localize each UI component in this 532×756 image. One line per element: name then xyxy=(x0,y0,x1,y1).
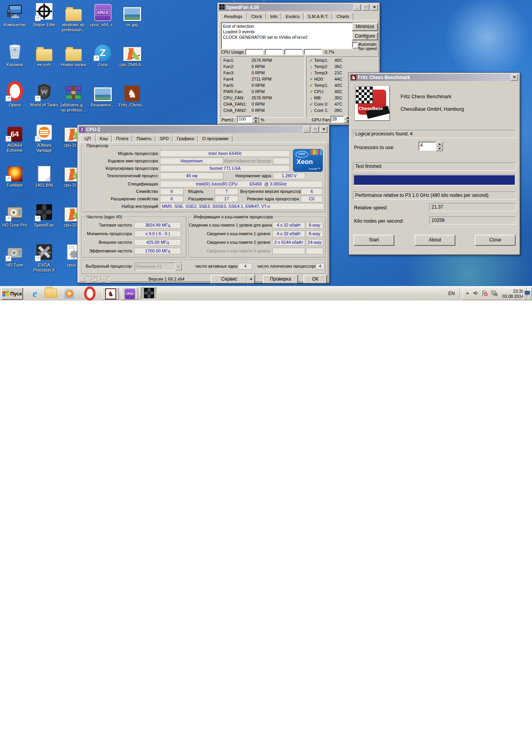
desktop-icon-winxp-folder[interactable]: windows xp profession... xyxy=(59,3,88,32)
network-icon[interactable] xyxy=(491,290,498,298)
folder-icon xyxy=(65,49,82,61)
model-value: Intel Xeon E5450 xyxy=(160,150,290,157)
close-button[interactable]: Close xyxy=(475,235,516,246)
close-button[interactable]: ✕ xyxy=(371,4,378,11)
configure-button[interactable]: Configure xyxy=(352,32,378,40)
minimize-button[interactable]: _ xyxy=(354,4,361,11)
service-button[interactable]: Сервис xyxy=(211,275,248,284)
quicklaunch-wmp[interactable] xyxy=(63,288,76,299)
gpufan-value[interactable]: 28 xyxy=(331,116,344,122)
spin-up-icon[interactable] xyxy=(436,142,443,146)
about-button[interactable]: About xyxy=(415,235,455,246)
tab-exotics[interactable]: Exotics xyxy=(282,13,303,21)
close-button[interactable]: ✕ xyxy=(320,126,327,133)
tab-smart[interactable]: S.M.A.R.T. xyxy=(304,13,332,21)
processors-value[interactable]: 4 xyxy=(419,142,436,151)
tab-spd[interactable]: SPD xyxy=(156,135,173,143)
language-indicator[interactable]: EN xyxy=(448,291,455,296)
speedfan-titlebar[interactable]: SpeedFan 4.50 _ □ ✕ xyxy=(219,4,379,11)
pwm1-value[interactable]: 100 xyxy=(237,116,252,122)
maximize-button[interactable]: □ xyxy=(312,126,319,133)
minimize-app-button[interactable]: Minimize xyxy=(352,23,378,31)
maximize-button[interactable]: □ xyxy=(362,4,369,11)
tab-about[interactable]: О программе xyxy=(198,135,232,143)
spin-down-icon[interactable] xyxy=(252,119,259,123)
image-icon xyxy=(123,7,141,21)
task-button-fritz[interactable]: ♞ xyxy=(102,288,119,300)
log-line: CLOCK GENERATOR set to nVidia nForce2 xyxy=(223,34,351,40)
fan-row: Fan5:0 RPM xyxy=(221,83,304,89)
close-button[interactable]: ✕ xyxy=(511,74,518,81)
spin-down-icon[interactable] xyxy=(436,146,443,151)
desktop-icon-eerom[interactable]: ee.rom xyxy=(29,43,59,67)
desktop-icon-1401bin[interactable]: 1401.BIN xyxy=(29,164,59,188)
window-title: CPU-Z xyxy=(86,127,302,132)
tab-clock[interactable]: Clock xyxy=(247,13,266,21)
show-desktop-button[interactable] xyxy=(523,287,532,300)
desktop-icon-new-folder[interactable]: Новая папка xyxy=(59,43,88,67)
desktop-icon-winrar-archive[interactable]: [allshares.g... xp professi... xyxy=(59,83,88,113)
checkbox[interactable] xyxy=(352,42,357,47)
ok-button[interactable]: ОК xyxy=(304,275,327,284)
desktop-icon-zona[interactable]: Z↗ Zona xyxy=(88,43,117,67)
dropdown-arrow-icon[interactable] xyxy=(175,263,182,270)
desktop-icon-3dmark[interactable]: ↗ 3DMark Vantage xyxy=(29,124,59,153)
desktop-icon-hdtune-pro[interactable]: ↗ HD Tune Pro xyxy=(0,203,29,228)
temp-row: ✓Temp1:40C xyxy=(307,58,378,64)
desktop-icon-furmark[interactable]: ↗ FurMark xyxy=(0,164,29,188)
desktop-icon-wot[interactable]: ↗ World of Tanks xyxy=(29,83,59,108)
cpu-usage-bar xyxy=(265,49,283,55)
model2-label: Модель xyxy=(188,189,203,194)
task-button-speedfan[interactable] xyxy=(141,288,157,300)
desktop-icon-computer[interactable]: Компьютер xyxy=(0,3,29,27)
spin-up-icon[interactable] xyxy=(252,116,259,119)
tray-clock[interactable]: 23:39 03.08.2014 xyxy=(502,289,524,299)
tab-info[interactable]: Info xyxy=(266,13,281,21)
taskbar: Пуск e ♞ CPUZ EN 23:39 03.08.2014 xyxy=(0,286,532,301)
desktop-icon-aida64[interactable]: 64↗ AIDA64 Extreme xyxy=(0,124,29,153)
speedfan-log[interactable]: End of detection Loaded 0 events CLOCK G… xyxy=(221,22,359,49)
task-button-cpuz[interactable]: CPUZ xyxy=(122,288,138,300)
desktop-icon-cpu2549[interactable]: cpu-2549.b... xyxy=(117,43,147,67)
l1i-size: 4 x 32 кбайт xyxy=(272,230,305,237)
tab-charts[interactable]: Charts xyxy=(332,13,353,21)
desktop-icon-untitled-image[interactable]: Безымянн... xyxy=(88,83,117,108)
action-center-flag-icon[interactable] xyxy=(482,290,488,298)
desktop-icon-evga[interactable]: PRECISION↗ EVGA Precision X xyxy=(29,243,59,273)
chessbase-logo-text: ChessBase xyxy=(359,106,383,111)
fritz-titlebar[interactable]: ♞ Fritz Chess Benchmark ✕ xyxy=(350,74,519,81)
quicklaunch-ie[interactable]: e xyxy=(28,288,41,299)
cpuz-titlebar[interactable]: Z CPU-Z _ □ ✕ xyxy=(79,126,328,133)
desktop-icon-speedfan[interactable]: ↗ SpeedFan xyxy=(29,203,59,228)
tab-cache[interactable]: Кэш xyxy=(96,135,112,143)
pwm1-label: Pwm1: xyxy=(221,117,235,122)
desktop-icon-ocjpg[interactable]: oc.jpg xyxy=(117,3,147,27)
service-dropdown-button[interactable] xyxy=(247,275,255,284)
processors-spinner[interactable]: 4 xyxy=(419,142,443,151)
desktop-icon-sniper-elite[interactable]: ↗ Sniper Elite xyxy=(29,3,59,27)
speaker-icon[interactable] xyxy=(473,290,479,298)
desktop-icon-fritz-chess[interactable]: ♞ Fritz_Chess... xyxy=(117,83,147,108)
fan-icon xyxy=(219,4,225,11)
brand-id-value xyxy=(273,158,290,164)
quicklaunch-explorer[interactable] xyxy=(44,288,58,299)
instructions-label: Набор инструкций xyxy=(82,204,158,209)
gpufan-spinner[interactable]: 28 xyxy=(331,116,351,123)
pwm1-spinner[interactable]: 100 xyxy=(237,116,259,123)
tab-graphics[interactable]: Графика xyxy=(173,135,198,143)
desktop-icon-recycle-bin[interactable]: Корзина xyxy=(0,43,29,67)
minimize-button[interactable]: _ xyxy=(303,126,310,133)
tab-memory[interactable]: Память xyxy=(133,135,155,143)
chevron-up-icon[interactable] xyxy=(465,290,470,297)
validate-button[interactable]: Проверка xyxy=(263,275,298,284)
desktop-icon-cpuz-installer[interactable]: CPU·Z cpuz_x64_r... xyxy=(88,3,117,27)
active-cores-label: число активных ядер xyxy=(195,264,237,268)
auto-fan-checkbox-row[interactable]: Automatic fan speed xyxy=(352,42,379,51)
start-button[interactable]: Start xyxy=(354,235,394,246)
tab-mainboard[interactable]: Плата xyxy=(112,135,132,143)
start-button[interactable]: Пуск xyxy=(1,288,23,300)
desktop-icon-hdtune[interactable]: ↗ HD Tune xyxy=(0,243,29,268)
desktop-icon-opera[interactable]: ↗ Opera xyxy=(0,83,29,108)
cpu-select-dropdown[interactable]: Processor #1 xyxy=(135,263,182,271)
quicklaunch-opera[interactable] xyxy=(83,288,96,299)
